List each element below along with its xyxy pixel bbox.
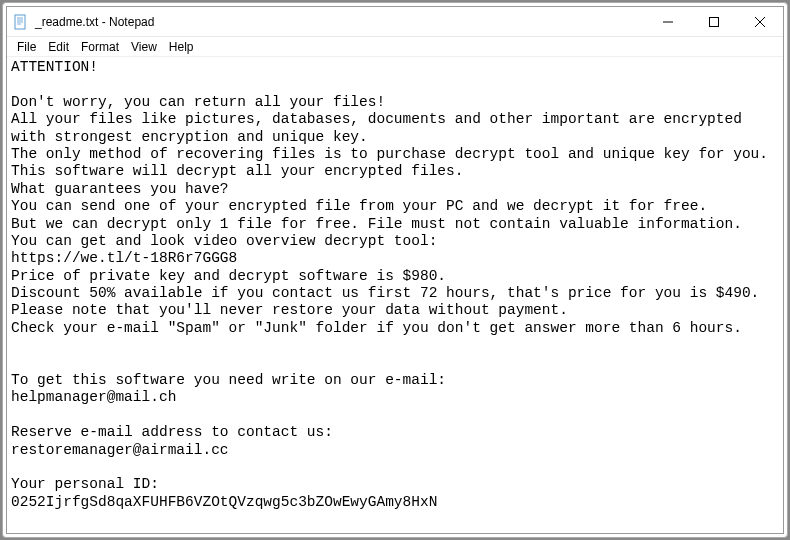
titlebar: _readme.txt - Notepad <box>7 7 783 37</box>
close-button[interactable] <box>737 7 783 36</box>
window-controls <box>645 7 783 36</box>
menu-help[interactable]: Help <box>163 39 200 55</box>
menu-view[interactable]: View <box>125 39 163 55</box>
svg-rect-6 <box>710 17 719 26</box>
menu-edit[interactable]: Edit <box>42 39 75 55</box>
minimize-button[interactable] <box>645 7 691 36</box>
notepad-app-icon <box>13 14 29 30</box>
text-editor-content[interactable]: ATTENTION! Don't worry, you can return a… <box>7 57 783 533</box>
menu-file[interactable]: File <box>11 39 42 55</box>
menubar: File Edit Format View Help <box>7 37 783 57</box>
window-title: _readme.txt - Notepad <box>35 15 645 29</box>
menu-format[interactable]: Format <box>75 39 125 55</box>
maximize-button[interactable] <box>691 7 737 36</box>
notepad-window: _readme.txt - Notepad File Edit Format V… <box>6 6 784 534</box>
